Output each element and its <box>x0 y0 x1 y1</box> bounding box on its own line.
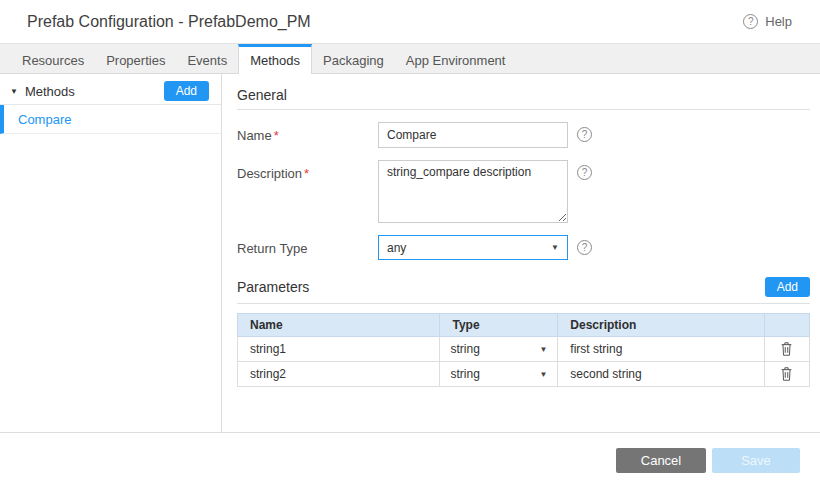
return-type-label: Return Type <box>237 235 378 256</box>
dialog-header: Prefab Configuration - PrefabDemo_PM ? H… <box>0 0 820 44</box>
methods-sidebar: ▼ Methods Add Compare <box>0 74 222 432</box>
general-section-header: General <box>237 87 810 110</box>
method-form: General Name* ? Description* string_comp… <box>222 74 820 432</box>
parameter-row: string ▼ <box>238 362 810 387</box>
prefab-configuration-dialog: Prefab Configuration - PrefabDemo_PM ? H… <box>0 0 820 488</box>
param-name-input[interactable] <box>238 337 439 361</box>
tab-bar: Resources Properties Events Methods Pack… <box>0 44 820 74</box>
add-parameter-button[interactable]: Add <box>765 277 810 297</box>
methods-section-header: ▼ Methods Add <box>0 78 221 105</box>
dialog-content: ▼ Methods Add Compare General Name* ? <box>0 74 820 432</box>
name-help-icon[interactable]: ? <box>577 127 592 142</box>
trash-icon <box>780 366 793 382</box>
collapse-caret-icon[interactable]: ▼ <box>10 87 18 96</box>
tab-events[interactable]: Events <box>176 44 238 73</box>
delete-param-button[interactable] <box>776 364 797 384</box>
description-required-marker: * <box>304 166 309 181</box>
param-type-select[interactable]: string ▼ <box>440 362 557 386</box>
param-name-input[interactable] <box>238 362 439 386</box>
sidebar-item-compare[interactable]: Compare <box>0 105 221 134</box>
tab-app-environment[interactable]: App Environment <box>395 44 517 73</box>
param-type-select[interactable]: string ▼ <box>440 337 557 361</box>
trash-icon <box>780 341 793 357</box>
tab-packaging[interactable]: Packaging <box>312 44 395 73</box>
delete-param-button[interactable] <box>776 339 797 359</box>
parameters-table: Name Type Description string ▼ <box>237 313 810 387</box>
return-type-row: Return Type any ▼ ? <box>237 235 810 260</box>
parameter-row: string ▼ <box>238 337 810 362</box>
description-textarea[interactable]: string_compare description <box>378 160 568 223</box>
help-icon: ? <box>743 14 758 29</box>
parameters-section-title: Parameters <box>237 279 309 295</box>
tab-methods[interactable]: Methods <box>238 44 312 74</box>
column-header-type: Type <box>440 314 558 337</box>
name-input[interactable] <box>378 122 568 148</box>
add-method-button[interactable]: Add <box>164 81 209 101</box>
tab-properties[interactable]: Properties <box>95 44 176 73</box>
select-caret-icon: ▼ <box>539 345 547 354</box>
general-section-title: General <box>237 87 287 103</box>
column-header-description: Description <box>558 314 764 337</box>
cancel-button[interactable]: Cancel <box>616 448 706 473</box>
parameters-section-header: Parameters Add <box>237 277 810 304</box>
column-header-actions <box>764 314 809 337</box>
dialog-footer: Cancel Save <box>0 432 820 488</box>
column-header-name: Name <box>238 314 440 337</box>
select-caret-icon: ▼ <box>551 243 559 252</box>
name-required-marker: * <box>274 128 279 143</box>
description-label: Description* <box>237 160 378 181</box>
name-label: Name* <box>237 122 378 143</box>
methods-section-label: Methods <box>25 84 75 99</box>
param-type-value: string <box>450 367 479 381</box>
description-help-icon[interactable]: ? <box>577 165 592 180</box>
return-type-help-icon[interactable]: ? <box>577 240 592 255</box>
save-button[interactable]: Save <box>712 448 800 473</box>
help-label: Help <box>765 14 792 29</box>
param-description-input[interactable] <box>558 362 763 386</box>
select-caret-icon: ▼ <box>539 370 547 379</box>
param-type-value: string <box>450 342 479 356</box>
description-row: Description* string_compare description … <box>237 160 810 223</box>
help-button[interactable]: ? Help <box>743 14 792 29</box>
tab-resources[interactable]: Resources <box>11 44 95 73</box>
name-row: Name* ? <box>237 122 810 148</box>
param-description-input[interactable] <box>558 337 763 361</box>
return-type-select[interactable]: any ▼ <box>378 235 568 260</box>
dialog-title: Prefab Configuration - PrefabDemo_PM <box>27 13 311 31</box>
parameters-header-row: Name Type Description <box>238 314 810 337</box>
return-type-value: any <box>387 241 406 255</box>
